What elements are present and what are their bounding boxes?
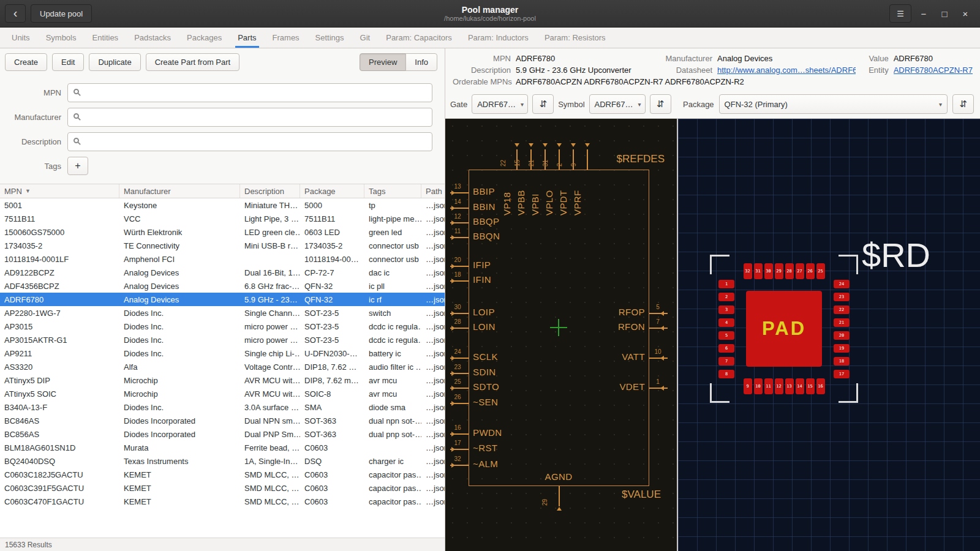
pin-line (649, 388, 668, 389)
column-header-mpn[interactable]: MPN▼ (0, 184, 119, 198)
add-tag-button[interactable]: + (67, 157, 88, 175)
column-header-manufacturer[interactable]: Manufacturer (119, 184, 240, 198)
column-header-path[interactable]: Path (421, 184, 445, 198)
table-row[interactable]: 10118194-0001LFAmphenol FCI10118194-00…c… (0, 252, 445, 266)
pin-name: LOIP (473, 307, 495, 317)
table-row[interactable]: B340A-13-FDiodes Inc.3.0A surface …SMAdi… (0, 400, 445, 414)
pin-number: 31 (542, 160, 551, 167)
entity-link[interactable]: ADRF6780ACPZN-R7 (894, 66, 973, 75)
edit-button[interactable]: Edit (52, 53, 84, 71)
parts-table: MPN▼ManufacturerDescriptionPackageTagsPa… (0, 184, 445, 538)
pin-direction-icon (451, 279, 455, 283)
pin-direction-icon (451, 190, 455, 195)
table-row[interactable]: 5001KeystoneMiniature TH…5000tp…json (0, 198, 445, 212)
description-search-input[interactable] (67, 132, 432, 151)
window-title: Pool manager (444, 5, 536, 15)
pin-direction-icon (451, 206, 455, 211)
table-row[interactable]: BC846ASDiodes IncorporatedDual NPN sm…SO… (0, 414, 445, 427)
cell: …json (421, 497, 445, 506)
package-dropdown[interactable]: QFN-32 (Primary) ▾ (719, 94, 948, 114)
tab-param-resistors[interactable]: Param: Resistors (537, 28, 614, 48)
table-row[interactable]: ATtinyx5 DIPMicrochipAVR MCU wit…DIP8, 7… (0, 373, 445, 387)
table-row[interactable]: ADF4356BCPZAnalog Devices6.8 GHz frac-…Q… (0, 279, 445, 293)
cell: 3.0A surface … (240, 403, 300, 412)
table-row[interactable]: AP9211Diodes Inc.Single chip Li-…U-DFN20… (0, 347, 445, 360)
table-row[interactable]: AP3015AKTR-G1Diodes Inc.micro power …SOT… (0, 333, 445, 347)
table-row[interactable]: AD9122BCPZAnalog DevicesDual 16-Bit, 1…C… (0, 266, 445, 279)
tab-param-capacitors[interactable]: Param: Capacitors (378, 28, 460, 48)
pin-name: ~SEN (473, 397, 498, 407)
package-canvas[interactable]: 1234567824232221201918173231302928272625… (678, 119, 980, 551)
table-row[interactable]: BQ24040DSQTexas Instruments1A, Single-In… (0, 454, 445, 468)
pin-number: 22 (500, 160, 508, 167)
table-row[interactable]: C0603C391F5GACTUKEMETSMD MLCC, …C0603cap… (0, 481, 445, 495)
gate-dropdown[interactable]: ADRF67… ▾ (472, 94, 528, 114)
tab-entities[interactable]: Entities (84, 28, 126, 48)
pin-number: 21 (528, 160, 537, 167)
package-goto-button[interactable]: ⇵ (952, 94, 974, 114)
info-toggle-button[interactable]: Info (405, 53, 437, 71)
tab-git[interactable]: Git (352, 28, 379, 48)
table-row[interactable]: 7511B11VCCLight Pipe, 3 …7511B11light-pi… (0, 212, 445, 225)
cell: 0603 LED (300, 228, 364, 237)
table-row[interactable]: AS3320AlfaVoltage Contr…DIP18, 7.62 …aud… (0, 360, 445, 373)
tab-frames[interactable]: Frames (265, 28, 307, 48)
cell: micro power … (240, 335, 300, 345)
table-row[interactable]: AP2280-1WG-7Diodes Inc.Single Chann…SOT-… (0, 306, 445, 320)
cell: …json (421, 403, 445, 412)
cell: SMD MLCC, … (240, 484, 300, 493)
menu-button[interactable]: ☰ (889, 4, 911, 23)
table-row[interactable]: BLM18AG601SN1DMurataFerrite bead, …C0603… (0, 441, 445, 454)
cell: C0603C182J5GACTU (0, 470, 119, 479)
table-row[interactable]: 1734035-2TE ConnectivityMini USB-B r…173… (0, 239, 445, 252)
tab-param-inductors[interactable]: Param: Inductors (460, 28, 537, 48)
table-row[interactable]: AP3015Diodes Inc.micro power …SOT-23-5dc… (0, 320, 445, 333)
gate-goto-button[interactable]: ⇵ (532, 94, 554, 114)
cell: SOT-23-5 (300, 335, 364, 345)
symbol-dropdown[interactable]: ADRF67… ▾ (589, 94, 646, 114)
manufacturer-search-input[interactable] (67, 108, 432, 127)
tab-parts[interactable]: Parts (230, 28, 264, 48)
cell: C0603 (300, 443, 364, 452)
tab-symbols[interactable]: Symbols (38, 28, 85, 48)
back-button[interactable]: ‹ (5, 4, 26, 23)
column-header-tags[interactable]: Tags (364, 184, 421, 198)
duplicate-button[interactable]: Duplicate (89, 53, 140, 71)
tab-units[interactable]: Units (4, 28, 38, 48)
table-row[interactable]: BC856ASDiodes IncorporatedDual PNP Sm…SO… (0, 427, 445, 441)
table-row[interactable]: ATtinyx5 SOICMicrochipAVR MCU wit…SOIC-8… (0, 387, 445, 400)
header-bar: ‹ Update pool Pool manager /home/lukas/c… (0, 0, 980, 28)
datasheet-link[interactable]: http://www.analog.com…sheets/ADRF6780.pd… (717, 66, 856, 75)
tab-packages[interactable]: Packages (179, 28, 230, 48)
table-row[interactable]: C0603C182J5GACTUKEMETSMD MLCC, …C0603cap… (0, 468, 445, 481)
search-icon (74, 138, 79, 143)
mpn-search-input[interactable] (67, 83, 432, 102)
minimize-button[interactable]: − (918, 9, 930, 19)
maximize-button[interactable]: □ (938, 9, 951, 19)
tab-padstacks[interactable]: Padstacks (126, 28, 179, 48)
update-pool-button[interactable]: Update pool (31, 4, 92, 23)
symbol-goto-button[interactable]: ⇵ (650, 94, 671, 114)
back-icon: ‹ (13, 7, 18, 19)
cell: SOT-363 (300, 430, 364, 439)
pin-direction-icon (557, 143, 562, 147)
cell: QFN-32 (300, 295, 364, 304)
create-part-from-part-button[interactable]: Create Part from Part (146, 53, 240, 71)
cell: SOT-23-5 (300, 309, 364, 318)
table-row[interactable]: C0603C470F1GACTUKEMETSMD MLCC, …C0603cap… (0, 495, 445, 508)
close-button[interactable]: × (959, 9, 971, 19)
cell: AP2280-1WG-7 (0, 309, 119, 318)
column-header-description[interactable]: Description (240, 184, 300, 198)
pin-number: 18 (449, 271, 466, 278)
cell: VCC (119, 214, 240, 223)
table-row[interactable]: ADRF6780Analog Devices5.9 GHz - 23…QFN-3… (0, 293, 445, 306)
preview-toggle-button[interactable]: Preview (360, 53, 406, 71)
pad: 22 (834, 305, 850, 314)
symbol-canvas[interactable]: $REFDES$VALUE13BBIP14BBIN12BBQP11BBQN20I… (445, 119, 677, 551)
create-button[interactable]: Create (5, 53, 47, 71)
column-header-package[interactable]: Package (300, 184, 364, 198)
table-row[interactable]: 150060GS75000Würth ElektronikLED green c… (0, 225, 445, 239)
cell: C0603C470F1GACTU (0, 497, 119, 506)
tab-settings[interactable]: Settings (307, 28, 352, 48)
pad: 3 (718, 305, 734, 314)
